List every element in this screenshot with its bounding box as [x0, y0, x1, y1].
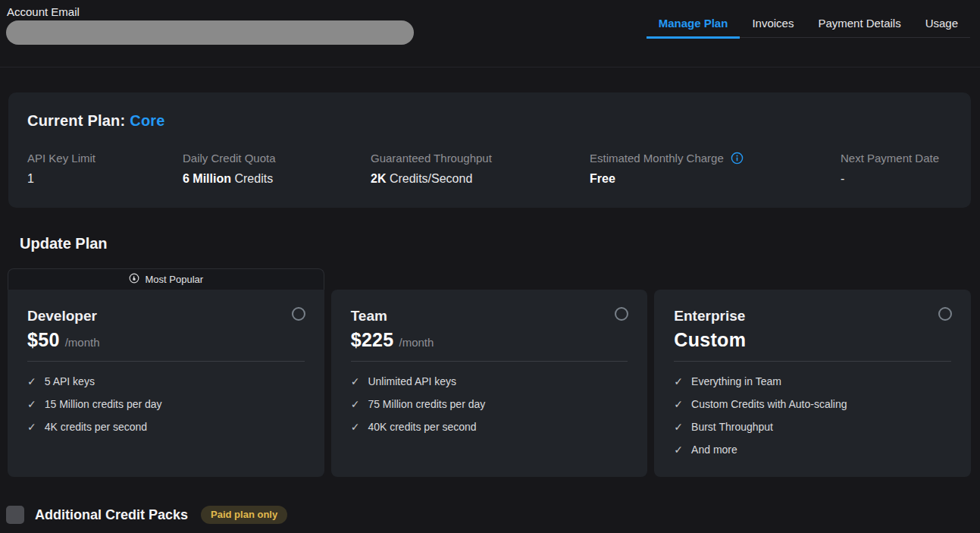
stat-daily-credit-quota: Daily Credit Quota 6 Million Credits	[183, 152, 371, 186]
feature-list: Unlimited API keys 75 Million credits pe…	[351, 370, 628, 438]
stat-next-payment-date: Next Payment Date -	[841, 152, 952, 186]
account-email-label: Account Email	[7, 5, 80, 18]
stat-guaranteed-throughput: Guaranteed Throughput 2K Credits/Second	[371, 152, 590, 186]
plan-card-developer: Most Popular Developer $50 /month 5 API …	[8, 268, 324, 477]
list-item: Burst Throughput	[674, 415, 951, 438]
divider	[27, 361, 305, 362]
billing-tabs: Manage Plan Invoices Payment Details Usa…	[647, 0, 970, 38]
radio-button-enterprise[interactable]	[938, 307, 952, 321]
tab-manage-plan[interactable]: Manage Plan	[647, 0, 740, 39]
plan-options: Most Popular Developer $50 /month 5 API …	[8, 268, 971, 477]
plan-team-body[interactable]: Team $225 /month Unlimited API keys 75 M…	[331, 290, 648, 477]
tab-usage[interactable]: Usage	[913, 0, 970, 39]
list-item: Unlimited API keys	[351, 370, 628, 393]
check-icon	[27, 422, 36, 432]
check-icon	[674, 444, 683, 455]
current-plan-title: Current Plan:Core	[27, 112, 952, 130]
check-icon	[351, 399, 360, 409]
plan-period: /month	[399, 336, 434, 349]
tab-invoices[interactable]: Invoices	[740, 0, 806, 39]
current-plan-title-prefix: Current Plan:	[27, 112, 125, 129]
tab-payment-details[interactable]: Payment Details	[806, 0, 913, 39]
paid-plan-only-badge: Paid plan only	[201, 506, 287, 524]
check-icon	[674, 376, 683, 387]
list-item: 75 Million credits per day	[351, 393, 628, 415]
plan-name: Developer	[27, 308, 305, 325]
check-icon	[674, 399, 683, 409]
account-email-input[interactable]	[6, 20, 414, 45]
plan-price: Custom	[674, 329, 746, 351]
info-icon[interactable]	[731, 152, 744, 165]
divider	[351, 361, 628, 362]
radio-button-developer[interactable]	[292, 307, 305, 321]
current-plan-name: Core	[130, 112, 164, 129]
current-plan-card: Current Plan:Core API Key Limit 1 Daily …	[8, 92, 971, 208]
plan-name: Enterprise	[674, 308, 951, 325]
feature-list: 5 API keys 15 Million credits per day 4K…	[27, 370, 305, 438]
plan-card-enterprise: Enterprise Custom Everything in Team Cus…	[654, 268, 971, 477]
list-item: Custom Credits with Auto-scaling	[674, 393, 951, 415]
check-icon	[27, 399, 36, 409]
flame-icon	[129, 273, 139, 286]
current-plan-stats: API Key Limit 1 Daily Credit Quota 6 Mil…	[27, 152, 952, 186]
list-item: And more	[674, 438, 951, 461]
update-plan-heading: Update Plan	[20, 235, 980, 252]
check-icon	[351, 422, 360, 432]
stat-estimated-monthly-charge: Estimated Monthly Charge Free	[590, 152, 841, 186]
plan-enterprise-body[interactable]: Enterprise Custom Everything in Team Cus…	[654, 290, 971, 477]
plan-name: Team	[351, 308, 628, 325]
check-icon	[27, 376, 36, 387]
feature-list: Everything in Team Custom Credits with A…	[674, 370, 951, 461]
most-popular-label: Most Popular	[146, 274, 204, 285]
check-icon	[351, 376, 360, 387]
credit-packs-checkbox[interactable]	[6, 506, 24, 524]
divider	[674, 361, 951, 362]
credit-packs-label: Additional Credit Packs	[35, 507, 188, 523]
list-item: Everything in Team	[674, 370, 951, 393]
plan-price: $225	[351, 329, 394, 351]
plan-period: /month	[65, 336, 100, 349]
plan-price: $50	[27, 329, 60, 351]
additional-credit-packs-row: Additional Credit Packs Paid plan only	[6, 506, 980, 524]
most-popular-banner: Most Popular	[8, 268, 324, 290]
stat-api-key-limit: API Key Limit 1	[27, 152, 183, 186]
plan-developer-body[interactable]: Developer $50 /month 5 API keys 15 Milli…	[8, 290, 324, 477]
list-item: 40K credits per second	[351, 415, 628, 438]
page-header: Account Email Manage Plan Invoices Payme…	[0, 0, 980, 67]
check-icon	[674, 422, 683, 432]
list-item: 5 API keys	[27, 370, 305, 393]
plan-card-team: Team $225 /month Unlimited API keys 75 M…	[331, 268, 648, 477]
list-item: 4K credits per second	[27, 415, 305, 438]
list-item: 15 Million credits per day	[27, 393, 305, 415]
